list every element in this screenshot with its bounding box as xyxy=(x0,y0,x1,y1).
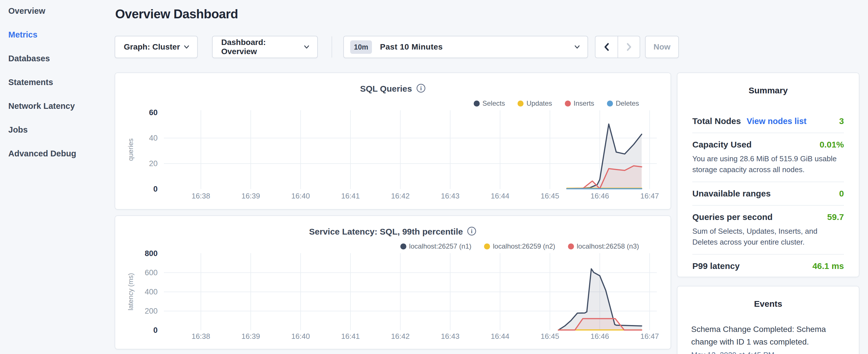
chart-title: Service Latency: SQL, 99th percentile xyxy=(309,227,463,236)
y-tick-label: 60 xyxy=(149,108,158,117)
chevron-down-icon xyxy=(304,45,310,49)
legend-label: localhost:26258 (n3) xyxy=(577,242,639,250)
time-range-dropdown[interactable]: 10m Past 10 Minutes xyxy=(343,36,588,58)
legend-label: Updates xyxy=(526,99,552,107)
legend-dot xyxy=(474,100,480,106)
summary-row: P99 latency46.1 ms xyxy=(692,255,844,278)
y-tick-label: 200 xyxy=(145,307,158,315)
legend-label: localhost:26257 (n1) xyxy=(409,242,471,250)
summary-row-head: P99 latency46.1 ms xyxy=(692,261,844,271)
x-tick-label: 16:47 xyxy=(640,332,659,341)
event-item[interactable]: Schema Change Completed: Schema change w… xyxy=(691,323,845,354)
time-step-buttons xyxy=(595,36,640,58)
legend-item: localhost:26259 (n2) xyxy=(484,242,555,250)
y-tick-label: 0 xyxy=(153,185,158,193)
summary-row-label: P99 latency xyxy=(692,261,740,271)
time-forward-button[interactable] xyxy=(618,36,640,58)
summary-row: Capacity Used0.01%You are using 28.6 MiB… xyxy=(692,133,844,182)
summary-row-value: 0.01% xyxy=(819,140,844,150)
time-window-label: Past 10 Minutes xyxy=(380,42,443,52)
event-timestamp: May 13, 2020 at 4:45 PM xyxy=(691,351,845,354)
x-tick-label: 16:41 xyxy=(341,332,360,341)
x-tick-label: 16:45 xyxy=(540,332,559,341)
summary-row-value: 0 xyxy=(839,189,844,198)
svg-text:i: i xyxy=(420,85,422,91)
summary-row-head: Queries per second59.7 xyxy=(692,212,844,222)
y-tick-label: 600 xyxy=(145,268,158,277)
summary-row-head: Capacity Used0.01% xyxy=(692,140,844,150)
sidebar-item-network-latency[interactable]: Network Latency xyxy=(8,102,115,110)
chart-legend: localhost:26257 (n1)localhost:26259 (n2)… xyxy=(400,242,639,250)
y-tick-label: 800 xyxy=(145,250,158,258)
legend-dot xyxy=(565,100,571,106)
summary-row: Total NodesView nodes list3 xyxy=(692,110,844,133)
x-tick-label: 16:45 xyxy=(540,192,559,200)
summary-row-head: Total NodesView nodes list3 xyxy=(692,116,844,126)
time-window-badge: 10m xyxy=(350,40,372,54)
service-latency-chart-card: Service Latency: SQL, 99th percentilei l… xyxy=(115,215,671,349)
sidebar-item-overview[interactable]: Overview xyxy=(8,7,115,15)
x-tick-label: 16:39 xyxy=(241,332,260,341)
sidebar-item-metrics[interactable]: Metrics xyxy=(8,31,115,39)
legend-item: Inserts xyxy=(565,99,594,107)
legend-dot xyxy=(484,244,490,250)
now-button[interactable]: Now xyxy=(645,36,679,58)
summary-row-head: Unavailable ranges0 xyxy=(692,189,844,198)
sql-queries-chart[interactable]: 16:3816:3916:4016:4116:4216:4316:4416:45… xyxy=(115,107,672,207)
x-tick-label: 16:41 xyxy=(341,192,360,200)
view-nodes-list-link[interactable]: View nodes list xyxy=(746,117,806,126)
chart-title-row: SQL Queriesi xyxy=(115,83,671,94)
y-axis-label: latency (ms) xyxy=(127,273,134,311)
x-tick-label: 16:40 xyxy=(291,332,310,341)
x-tick-label: 16:42 xyxy=(391,192,409,200)
legend-item: Updates xyxy=(518,99,552,107)
legend-label: localhost:26259 (n2) xyxy=(493,242,555,250)
summary-row: Queries per second59.7Sum of Selects, Up… xyxy=(692,206,844,255)
summary-row-label: Capacity Used xyxy=(692,140,752,150)
summary-row-value: 3 xyxy=(839,116,844,126)
sidebar-item-advanced-debug[interactable]: Advanced Debug xyxy=(8,150,115,158)
chart-title-row: Service Latency: SQL, 99th percentilei xyxy=(115,226,671,237)
x-tick-label: 16:38 xyxy=(191,192,210,200)
summary-row-description: Sum of Selects, Updates, Inserts, and De… xyxy=(692,226,844,248)
svg-text:i: i xyxy=(471,228,473,234)
legend-dot xyxy=(607,100,613,106)
legend-item: Selects xyxy=(474,99,505,107)
toolbar-divider xyxy=(332,36,332,58)
summary-row: Unavailable ranges0 xyxy=(692,182,844,206)
dashboard-dropdown[interactable]: Dashboard: Overview xyxy=(212,36,318,58)
info-icon[interactable]: i xyxy=(416,83,426,94)
sidebar-item-databases[interactable]: Databases xyxy=(8,55,115,63)
y-tick-label: 40 xyxy=(149,134,158,142)
summary-row-value: 59.7 xyxy=(827,212,844,222)
info-icon[interactable]: i xyxy=(467,226,476,237)
page-title: Overview Dashboard xyxy=(115,7,238,21)
sidebar: OverviewMetricsDatabasesStatementsNetwor… xyxy=(0,0,115,354)
events-panel: Events Schema Change Completed: Schema c… xyxy=(677,286,859,354)
time-back-button[interactable] xyxy=(595,36,618,58)
summary-title: Summary xyxy=(677,86,859,95)
graph-dropdown-label: Graph: Cluster xyxy=(124,42,180,52)
legend-label: Selects xyxy=(483,99,505,107)
dashboard-dropdown-label: Dashboard: Overview xyxy=(221,38,304,56)
x-tick-label: 16:42 xyxy=(391,332,409,341)
events-title: Events xyxy=(677,299,859,309)
sidebar-item-jobs[interactable]: Jobs xyxy=(8,126,115,134)
x-tick-label: 16:39 xyxy=(241,192,260,200)
legend-item: localhost:26258 (n3) xyxy=(568,242,639,250)
legend-item: localhost:26257 (n1) xyxy=(400,242,471,250)
summary-row-label: Queries per second xyxy=(692,212,773,222)
graph-dropdown[interactable]: Graph: Cluster xyxy=(115,36,198,58)
legend-dot xyxy=(518,100,524,106)
summary-row-description: You are using 28.6 MiB of 515.9 GiB usab… xyxy=(692,153,844,175)
sidebar-item-statements[interactable]: Statements xyxy=(8,78,115,87)
events-list: Schema Change Completed: Schema change w… xyxy=(677,323,859,354)
y-axis-label: queries xyxy=(127,138,134,161)
service-latency-chart[interactable]: 16:3816:3916:4016:4116:4216:4316:4416:45… xyxy=(115,250,672,349)
summary-panel: Summary Total NodesView nodes list3Capac… xyxy=(677,72,859,277)
y-tick-label: 0 xyxy=(153,326,158,334)
chevron-left-icon xyxy=(603,42,610,52)
chart-legend: SelectsUpdatesInsertsDeletes xyxy=(474,99,639,107)
x-tick-label: 16:46 xyxy=(590,332,609,341)
sql-queries-chart-card: SQL Queriesi SelectsUpdatesInsertsDelete… xyxy=(115,72,671,210)
